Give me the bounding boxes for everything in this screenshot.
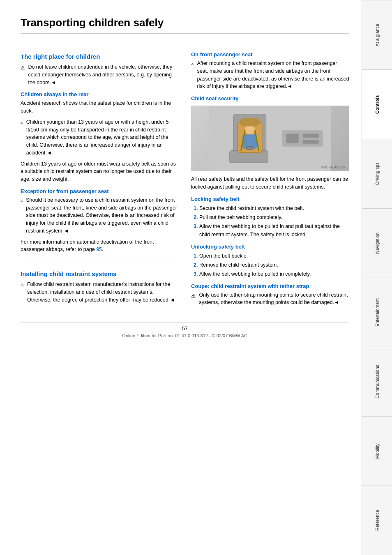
locking-step-2: Pull out the belt webbing completely. [199,213,349,221]
seat-desc-text: All rear safety belts and the safety bel… [191,175,349,191]
svg-text:!: ! [22,285,22,286]
warning-icon-exception: ! [21,196,23,205]
left-column: The right place for children ! Do not le… [21,46,179,310]
warning-block-installing: ! Follow child restraint system manufact… [21,281,179,304]
main-content: Transporting children safely The right p… [0,0,362,555]
children-13-text: Children 13 years of age or older must w… [21,160,179,183]
child-seat-image: VPC-01-013.06 [191,106,349,171]
warning-text-installing: Follow child restraint system manufactur… [27,281,179,304]
sub-heading-exception: Exception for front passenger seat [21,188,179,194]
sidebar-tab-navigation[interactable]: Navigation [362,208,392,278]
svg-rect-18 [247,147,253,150]
section-heading-installing: Installing child restraint systems [21,270,179,277]
warning-icon-1: ! [21,63,25,72]
sidebar-tab-at-a-glance[interactable]: At a glance [362,0,392,69]
locking-step-1: Secure the child restraint system with t… [199,204,349,212]
sidebar-tab-mobility[interactable]: Mobility [362,416,392,486]
svg-text:!: ! [192,63,193,65]
two-column-layout: The right place for children ! Do not le… [21,46,349,310]
image-label: VPC-01-013.06 [321,165,346,169]
section-divider [21,262,179,262]
page-number: 57 [21,326,349,332]
sidebar-tab-reference[interactable]: Reference [362,486,392,555]
locking-step-3: Allow the belt webbing to be pulled in a… [199,222,349,239]
warning-block-2: ! Children younger than 13 years of age … [21,118,179,157]
child-seat-svg [191,106,349,171]
sub-heading-unlocking: Unlocking safety belt [191,244,349,250]
exception-more-text: For more information on automatic deacti… [21,238,179,254]
warning-text-1: Do not leave children unattended in the … [28,63,179,86]
unlocking-steps-list: Open the belt buckle. Remove the child r… [199,252,349,278]
svg-rect-22 [303,134,319,138]
page-95-link[interactable]: 95 [96,246,102,252]
sub-heading-coupe: Coupe: child restraint system with tethe… [191,283,349,289]
footer-text: Online Edition for Part no. 01 41 0 013 … [21,333,349,338]
sub-heading-front-passenger: On front passenger seat [191,51,349,58]
warning-icon-front-passenger: ! [191,60,194,69]
warning-icon-installing: ! [21,281,24,290]
child-seat-image-inner [191,106,349,171]
svg-rect-23 [303,140,319,144]
warning-icon-coupe: ! [191,291,196,300]
page-title: Transporting children safely [21,16,349,34]
warning-icon-2: ! [21,118,23,127]
sidebar-tab-communications[interactable]: Communications [362,347,392,416]
unlocking-step-2: Remove the child restraint system. [199,261,349,269]
warning-text-coupe: Only use the tether-strap mounting point… [199,291,349,307]
svg-rect-21 [286,134,299,143]
warning-block-front-passenger: ! After mounting a child restraint syste… [191,60,349,90]
sidebar: At a glance Controls Driving tips Naviga… [362,0,392,555]
sub-heading-locking: Locking safety belt [191,196,349,202]
unlocking-step-3: Allow the belt webbing to be pulled in c… [199,270,349,278]
children-always-text: Accident research shows that the safest … [21,99,179,115]
right-column: On front passenger seat ! After mounting… [191,46,349,310]
sub-heading-child-seat-security: Child seat security [191,95,349,101]
svg-rect-19 [240,118,260,127]
warning-text-front-passenger: After mounting a child restraint system … [197,60,349,90]
warning-text-exception: Should it be necessary to use a child re… [26,196,179,235]
warning-block-coupe: ! Only use the tether-strap mounting poi… [191,291,349,307]
warning-text-2: Children younger than 13 years of age or… [26,118,179,157]
warning-block-exception: ! Should it be necessary to use a child … [21,196,179,235]
locking-steps-list: Secure the child restraint system with t… [199,204,349,239]
unlocking-step-1: Open the belt buckle. [199,252,349,260]
sidebar-tab-driving-tips[interactable]: Driving tips [362,139,392,208]
sub-heading-children-rear: Children always in the rear [21,91,179,97]
svg-text:!: ! [193,295,194,297]
svg-text:!: ! [22,67,23,69]
section-heading-right-place: The right place for children [21,53,179,60]
page-footer: 57 Online Edition for Part no. 01 41 0 0… [21,322,349,338]
sidebar-tab-controls[interactable]: Controls [362,69,392,139]
sidebar-tab-entertainment[interactable]: Entertainment [362,278,392,347]
warning-block-1: ! Do not leave children unattended in th… [21,63,179,86]
